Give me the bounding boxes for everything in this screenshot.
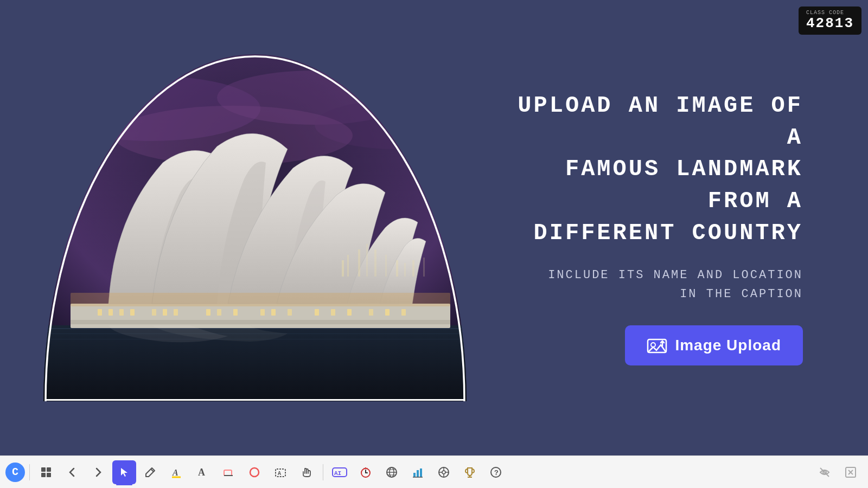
svg-rect-35	[366, 244, 368, 277]
svg-rect-43	[45, 399, 465, 401]
svg-rect-25	[315, 309, 319, 316]
svg-rect-10	[71, 304, 450, 328]
svg-rect-13	[108, 309, 113, 316]
svg-rect-48	[41, 467, 46, 472]
image-upload-button[interactable]: Image Upload	[625, 325, 803, 365]
svg-rect-19	[206, 309, 210, 316]
subtitle: INCLUDE ITS NAME AND LOCATION IN THE CAP…	[548, 266, 803, 304]
class-code-value: 42813	[806, 16, 854, 31]
svg-rect-38	[396, 260, 398, 277]
svg-rect-75	[417, 470, 419, 477]
svg-rect-36	[374, 249, 376, 277]
main-content: UPLOAD AN IMAGE OF A FAMOUS LANDMARK FRO…	[0, 0, 868, 455]
svg-rect-26	[331, 309, 335, 316]
svg-rect-50	[41, 473, 46, 477]
svg-rect-33	[347, 255, 349, 277]
svg-rect-34	[358, 249, 360, 277]
toolbar-ai-button[interactable]: AI	[328, 460, 352, 484]
svg-rect-21	[233, 309, 238, 316]
svg-rect-16	[152, 309, 156, 316]
svg-line-65	[364, 468, 365, 469]
svg-line-66	[367, 468, 367, 469]
upload-icon	[647, 335, 667, 356]
svg-rect-51	[47, 473, 51, 477]
svg-rect-31	[71, 293, 450, 306]
toolbar-view-toggle-button[interactable]	[813, 460, 837, 484]
main-title: UPLOAD AN IMAGE OF A FAMOUS LANDMARK FRO…	[510, 90, 803, 249]
toolbar-draggable-button[interactable]	[295, 460, 318, 484]
svg-rect-76	[420, 468, 422, 477]
toolbar-wheel-button[interactable]	[432, 460, 456, 484]
toolbar-timer-button[interactable]	[354, 460, 378, 484]
svg-rect-41	[423, 258, 425, 277]
svg-text:A: A	[278, 471, 281, 477]
arch-clip	[43, 54, 467, 401]
svg-rect-27	[347, 309, 352, 316]
svg-rect-40	[412, 260, 414, 277]
opera-house-image	[43, 54, 467, 401]
toolbar-help-button[interactable]: ?	[484, 460, 508, 484]
toolbar-chart-button[interactable]	[406, 460, 430, 484]
svg-rect-11	[71, 320, 450, 324]
class-code-badge: class code 42813	[799, 7, 861, 35]
svg-line-89	[820, 468, 829, 477]
svg-rect-32	[342, 260, 344, 277]
svg-text:?: ?	[494, 469, 499, 477]
svg-rect-14	[119, 309, 124, 316]
toolbar-home-button[interactable]	[34, 460, 58, 484]
image-panel	[43, 54, 467, 401]
toolbar-pen-button[interactable]	[138, 460, 162, 484]
svg-point-58	[250, 468, 259, 477]
svg-text:AI: AI	[334, 470, 341, 477]
toolbar-exit-button[interactable]	[839, 460, 863, 484]
svg-rect-56	[224, 470, 232, 476]
svg-rect-39	[404, 263, 406, 277]
toolbar-text-button[interactable]: A	[190, 460, 214, 484]
svg-rect-17	[163, 309, 167, 316]
svg-rect-30	[401, 309, 406, 316]
svg-rect-29	[385, 309, 390, 316]
svg-rect-74	[413, 473, 416, 477]
toolbar-back-button[interactable]	[60, 460, 84, 484]
svg-rect-12	[98, 309, 102, 316]
svg-point-79	[442, 471, 445, 474]
svg-text:A: A	[198, 467, 205, 478]
toolbar-forward-button[interactable]	[86, 460, 110, 484]
svg-text:A: A	[172, 468, 178, 477]
toolbar-separator-2	[323, 464, 323, 480]
svg-rect-23	[271, 309, 276, 316]
classpoint-logo[interactable]: C	[5, 463, 25, 482]
toolbar-eraser-button[interactable]	[216, 460, 240, 484]
toolbar-shapes-button[interactable]	[242, 460, 266, 484]
svg-rect-18	[174, 309, 178, 316]
svg-rect-24	[288, 309, 292, 316]
toolbar-separator-1	[29, 464, 30, 480]
text-panel: UPLOAD AN IMAGE OF A FAMOUS LANDMARK FRO…	[510, 90, 825, 365]
svg-rect-37	[385, 255, 387, 277]
toolbar-browser-button[interactable]	[380, 460, 404, 484]
svg-rect-15	[130, 309, 135, 316]
toolbar-pointer-button[interactable]	[112, 460, 136, 484]
toolbar: C A	[0, 455, 868, 488]
svg-rect-49	[47, 467, 51, 472]
toolbar-textbox-button[interactable]: A	[269, 460, 292, 484]
svg-rect-20	[217, 309, 221, 316]
svg-rect-28	[369, 309, 373, 316]
svg-rect-22	[260, 309, 265, 316]
toolbar-highlighter-button[interactable]: A	[164, 460, 188, 484]
toolbar-trophy-button[interactable]	[458, 460, 482, 484]
